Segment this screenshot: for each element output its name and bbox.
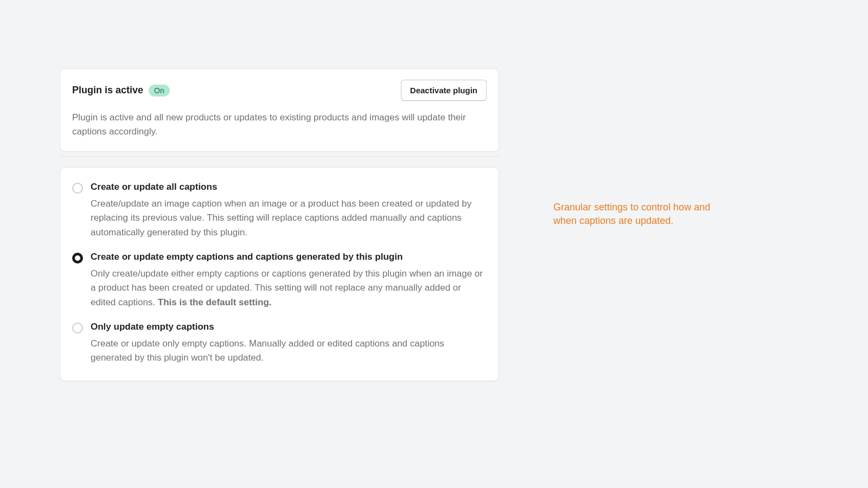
option-title: Create or update all captions	[91, 182, 487, 192]
radio-empty-and-generated[interactable]	[72, 253, 83, 264]
option-only-empty[interactable]: Only update empty captions Create or upd…	[72, 322, 487, 365]
option-description: Create or update only empty captions. Ma…	[91, 337, 487, 365]
plugin-status-title-wrap: Plugin is active On	[72, 85, 170, 97]
plugin-status-title: Plugin is active	[72, 85, 143, 96]
option-body: Create or update empty captions and capt…	[91, 252, 487, 310]
option-body: Create or update all captions Create/upd…	[91, 182, 487, 240]
option-description: Only create/update either empty captions…	[91, 267, 487, 310]
deactivate-plugin-button[interactable]: Deactivate plugin	[401, 80, 487, 101]
option-empty-and-generated[interactable]: Create or update empty captions and capt…	[72, 252, 487, 310]
option-description: Create/update an image caption when an i…	[91, 197, 487, 240]
option-desc-strong: This is the default setting.	[158, 297, 272, 307]
radio-all-captions[interactable]	[72, 183, 83, 194]
option-all-captions[interactable]: Create or update all captions Create/upd…	[72, 182, 487, 240]
section-divider	[60, 156, 499, 157]
option-title: Only update empty captions	[91, 322, 487, 332]
option-body: Only update empty captions Create or upd…	[91, 322, 487, 365]
annotation-text: Granular settings to control how and whe…	[553, 201, 727, 228]
plugin-status-header: Plugin is active On Deactivate plugin	[72, 80, 487, 101]
option-desc-text: Only create/update either empty captions…	[91, 268, 483, 307]
status-badge: On	[149, 85, 170, 97]
plugin-status-card: Plugin is active On Deactivate plugin Pl…	[60, 68, 499, 152]
plugin-status-description: Plugin is active and all new products or…	[72, 111, 487, 139]
radio-only-empty[interactable]	[72, 323, 83, 333]
option-title: Create or update empty captions and capt…	[91, 252, 487, 262]
caption-options-card: Create or update all captions Create/upd…	[60, 167, 499, 381]
